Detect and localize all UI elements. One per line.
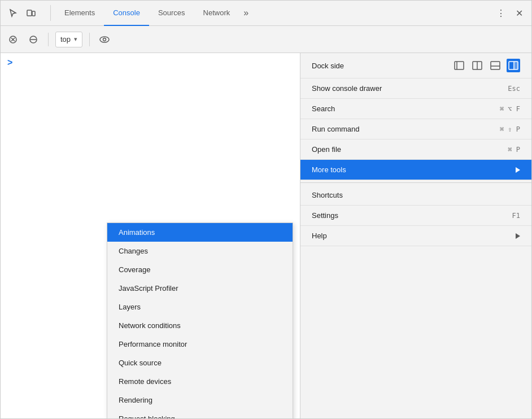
menu-separator-1 [300,182,531,183]
context-selector[interactable]: top ▾ [55,32,82,47]
svg-rect-17 [514,62,518,69]
toolbar-divider-1 [48,33,49,46]
tab-elements[interactable]: Elements [55,1,104,26]
menu-item-more-tools[interactable]: More tools [300,160,531,180]
dock-bottom-button[interactable] [489,59,502,72]
tab-overflow-button[interactable]: » [239,1,253,26]
dock-left-button[interactable] [470,59,484,72]
console-toolbar: top ▾ [1,26,531,53]
submenu-item-remote-devices[interactable]: Remote devices [107,372,293,391]
svg-rect-1 [32,11,35,16]
submenu-item-changes[interactable]: Changes [107,242,293,260]
tab-sources[interactable]: Sources [149,1,194,26]
submenu-item-performance-monitor[interactable]: Performance monitor [107,335,293,353]
block-icon[interactable] [25,32,41,47]
tab-console[interactable]: Console [104,1,149,26]
dock-side-label: Dock side [312,62,452,70]
menu-item-run-command[interactable]: Run command ⌘ ⇧ P [300,119,531,139]
tab-bar-actions: ⋮ ✕ [493,5,527,21]
submenu-item-coverage[interactable]: Coverage [107,260,293,279]
filter-icon[interactable] [97,32,112,47]
dock-right-button[interactable] [507,59,520,72]
svg-rect-9 [455,62,464,69]
menu-item-settings[interactable]: Settings F1 [300,206,531,226]
console-area: > Dock side [1,53,531,418]
tab-bar: Elements Console Sources Network » ⋮ ✕ [1,1,531,26]
more-tools-submenu: Animations Changes Coverage JavaScript P… [107,222,293,418]
cursor-icon[interactable] [5,5,21,21]
svg-point-8 [103,38,106,41]
menu-item-shortcuts[interactable]: Shortcuts [300,185,531,206]
svg-rect-0 [27,10,32,16]
submenu-item-animations[interactable]: Animations [107,223,293,242]
dock-icons [452,59,520,72]
devtools-menu-panel: Dock side [300,53,531,418]
menu-item-search[interactable]: Search ⌘ ⌥ F [300,99,531,119]
tab-network[interactable]: Network [194,1,239,26]
menu-item-open-file[interactable]: Open file ⌘ P [300,139,531,160]
clear-console-button[interactable] [5,32,21,47]
help-arrow-icon [516,233,520,239]
tab-bar-left-icons [5,5,39,21]
submenu-item-network-conditions[interactable]: Network conditions [107,316,293,335]
devtools-window: Elements Console Sources Network » ⋮ ✕ [0,0,532,419]
device-toggle-icon[interactable] [23,5,39,21]
more-options-button[interactable]: ⋮ [493,5,509,21]
tab-divider-left [50,5,51,21]
submenu-item-request-blocking[interactable]: Request blocking [107,409,293,418]
menu-item-show-console-drawer[interactable]: Show console drawer Esc [300,78,531,99]
undock-button[interactable] [452,59,466,72]
dock-side-row: Dock side [300,53,531,78]
submenu-item-rendering[interactable]: Rendering [107,391,293,409]
submenu-item-layers[interactable]: Layers [107,298,293,316]
menu-item-help[interactable]: Help [300,226,531,246]
svg-rect-13 [491,62,500,69]
toolbar-divider-2 [89,33,90,46]
menu-items: Show console drawer Esc Search ⌘ ⌥ F Run… [300,78,531,246]
submenu-item-quick-source[interactable]: Quick source [107,353,293,372]
svg-point-7 [100,37,109,42]
more-tools-arrow-icon [516,167,520,173]
close-devtools-button[interactable]: ✕ [511,5,527,21]
submenu-item-javascript-profiler[interactable]: JavaScript Profiler [107,279,293,298]
